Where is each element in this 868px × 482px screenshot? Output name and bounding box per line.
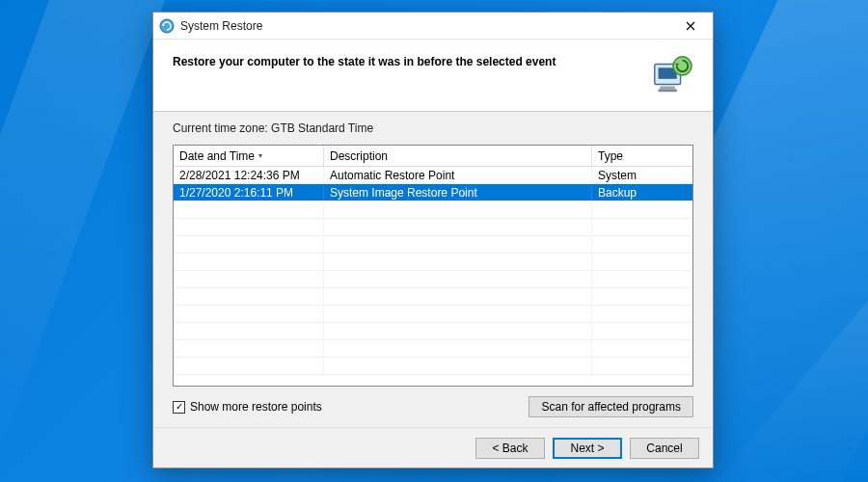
table-body: 2/28/2021 12:24:36 PM Automatic Restore … — [174, 167, 692, 386]
empty-row — [174, 201, 692, 219]
cancel-button[interactable]: Cancel — [630, 438, 699, 459]
cell-type: Backup — [592, 185, 692, 201]
empty-row — [174, 306, 692, 323]
column-description[interactable]: Description — [324, 146, 592, 166]
close-button[interactable] — [674, 15, 707, 37]
empty-row — [174, 236, 692, 254]
table-header: Date and Time ▾ Description Type — [174, 146, 692, 167]
cell-desc: Automatic Restore Point — [324, 168, 592, 183]
system-restore-icon — [159, 18, 175, 34]
table-row[interactable]: 1/27/2020 2:16:11 PM System Image Restor… — [174, 184, 692, 201]
svg-point-0 — [160, 19, 174, 33]
empty-row — [174, 288, 692, 306]
empty-row — [174, 323, 692, 340]
content-area: Current time zone: GTB Standard Time Dat… — [153, 112, 713, 427]
cell-desc: System Image Restore Point — [324, 185, 592, 201]
timezone-value: GTB Standard Time — [271, 121, 373, 135]
empty-row — [174, 219, 692, 236]
column-date-time[interactable]: Date and Time ▾ — [174, 146, 324, 166]
empty-row — [174, 271, 692, 288]
sort-descending-icon: ▾ — [258, 151, 262, 160]
empty-row — [174, 340, 692, 358]
column-type[interactable]: Type — [592, 146, 692, 166]
cell-date: 2/28/2021 12:24:36 PM — [174, 168, 324, 183]
cell-date: 1/27/2020 2:16:11 PM — [174, 185, 324, 201]
restore-points-table: Date and Time ▾ Description Type 2/28/20… — [173, 145, 693, 387]
column-desc-label: Description — [330, 149, 388, 163]
column-type-label: Type — [598, 149, 623, 163]
window-title: System Restore — [180, 19, 674, 33]
table-row[interactable]: 2/28/2021 12:24:36 PM Automatic Restore … — [174, 167, 692, 184]
svg-rect-3 — [661, 87, 675, 90]
wizard-footer: < Back Next > Cancel — [153, 427, 713, 468]
cell-type: System — [592, 168, 692, 183]
dialog-header: Restore your computer to the state it wa… — [153, 40, 713, 107]
empty-row — [174, 358, 692, 375]
show-more-checkbox[interactable]: ✓ Show more restore points — [173, 400, 322, 414]
back-button[interactable]: < Back — [475, 438, 545, 459]
next-button[interactable]: Next > — [553, 438, 622, 459]
below-table-row: ✓ Show more restore points Scan for affe… — [173, 396, 693, 417]
timezone-prefix: Current time zone: — [173, 121, 271, 135]
svg-rect-4 — [659, 89, 677, 92]
empty-row — [174, 254, 692, 271]
column-date-label: Date and Time — [179, 149, 255, 163]
titlebar: System Restore — [153, 13, 713, 40]
checkbox-label: Show more restore points — [190, 400, 322, 414]
timezone-label: Current time zone: GTB Standard Time — [173, 121, 693, 135]
scan-affected-button[interactable]: Scan for affected programs — [529, 396, 693, 417]
page-heading: Restore your computer to the state it wa… — [173, 53, 637, 68]
checkbox-mark-icon: ✓ — [173, 401, 185, 414]
restore-header-icon — [649, 53, 693, 97]
system-restore-dialog: System Restore Restore your computer to … — [152, 12, 714, 469]
